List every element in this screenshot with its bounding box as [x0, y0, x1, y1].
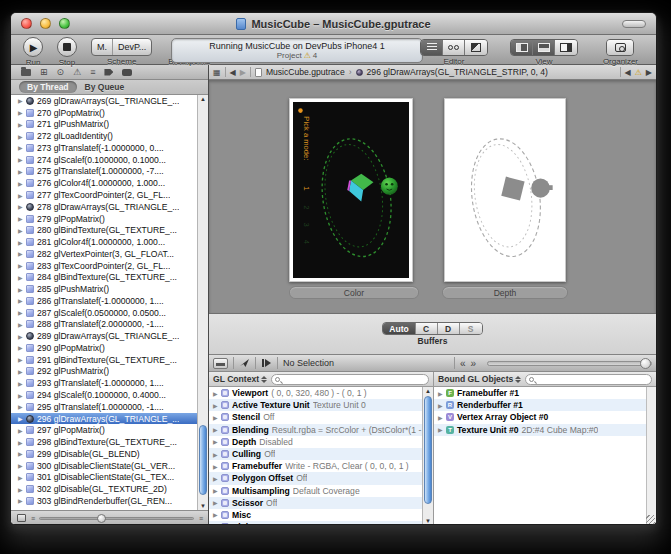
- bound-object-row[interactable]: ▶VVertex Array Object #0: [434, 411, 646, 423]
- gl-state-row[interactable]: ▶Alpha Test: [209, 521, 422, 525]
- tab-by-queue[interactable]: By Queue: [85, 82, 125, 92]
- navigator-scroll-thumb[interactable]: [199, 425, 207, 495]
- organizer-button[interactable]: [607, 40, 633, 55]
- gl-state-row[interactable]: ▶Misc: [209, 509, 422, 521]
- trace-call-row[interactable]: ▶301 glDisableClientState(GL_TEX...: [11, 472, 197, 484]
- time-navigator-icon[interactable]: ⊙: [57, 68, 65, 77]
- trace-call-row[interactable]: ▶293 glTranslatef(-1.0000000, 1....: [11, 377, 197, 389]
- depth-buffer-button[interactable]: Depth: [442, 286, 568, 299]
- step-over-icon[interactable]: [261, 358, 272, 368]
- trace-call-row[interactable]: ▶274 glScalef(0.1000000, 0.1000...: [11, 154, 197, 166]
- window-resize-grip[interactable]: [646, 515, 655, 524]
- bound-objects-popup[interactable]: Bound GL Objects: [438, 374, 521, 384]
- trace-call-row[interactable]: ▶270 glPopMatrix(): [11, 107, 197, 119]
- frame-slider-knob[interactable]: [97, 514, 106, 523]
- trace-call-row[interactable]: ▶294 glScalef(0.1000000, 0.4000...: [11, 389, 197, 401]
- bound-objects-search[interactable]: [525, 374, 652, 385]
- gl-state-row[interactable]: ▶MultisamplingDefault Coverage: [209, 485, 422, 497]
- scheme-segment-destination[interactable]: DevP...: [113, 39, 151, 55]
- buffer-stencil-button[interactable]: S: [460, 323, 482, 334]
- back-button[interactable]: ◀: [230, 68, 236, 77]
- utilities-view-button[interactable]: [555, 40, 577, 55]
- color-buffer-button[interactable]: Color: [289, 286, 419, 299]
- gl-state-row[interactable]: ▶ScissorOff: [209, 497, 422, 509]
- gl-state-row[interactable]: ▶CullingOff: [209, 448, 422, 460]
- trace-call-row[interactable]: ▶271 glPushMatrix(): [11, 119, 197, 131]
- bound-object-row[interactable]: ▶TTexture Unit #02D:#4 Cube Map:#0: [434, 424, 646, 436]
- related-items-icon[interactable]: ▦: [213, 68, 221, 77]
- trace-call-row[interactable]: ▶275 glTranslatef(1.0000000, -7....: [11, 166, 197, 178]
- trace-call-row[interactable]: ▶297 glPopMatrix(): [11, 424, 197, 436]
- navigator-scrollbar[interactable]: ▲ ▼: [197, 95, 208, 510]
- scheme-segment-target[interactable]: M.: [92, 39, 112, 55]
- jumpbar-file[interactable]: MusicCube.gputrace: [266, 67, 345, 77]
- buffer-auto-button[interactable]: Auto: [383, 323, 415, 334]
- gl-state-row[interactable]: ▶StencilOff: [209, 411, 422, 423]
- gl-state-row[interactable]: ▶DepthDisabled: [209, 436, 422, 448]
- trace-call-row[interactable]: ▶296 glDrawArrays(GL_TRIANGLE_...: [11, 413, 197, 425]
- trace-call-row[interactable]: ▶302 glDisable(GL_TEXTURE_2D): [11, 483, 197, 495]
- debug-view-button[interactable]: [533, 40, 555, 55]
- trace-call-row[interactable]: ▶291 glBindTexture(GL_TEXTURE_...: [11, 354, 197, 366]
- run-button[interactable]: ▶: [23, 37, 43, 57]
- trace-call-row[interactable]: ▶298 glBindTexture(GL_TEXTURE_...: [11, 436, 197, 448]
- trace-call-row[interactable]: ▶299 glDisable(GL_BLEND): [11, 448, 197, 460]
- gl-state-row[interactable]: ▶Polygon OffsetOff: [209, 472, 422, 484]
- trace-call-row[interactable]: ▶286 glTranslatef(-1.0000000, 1....: [11, 295, 197, 307]
- trace-call-row[interactable]: ▶288 glTranslatef(2.0000000, -1....: [11, 319, 197, 331]
- trace-call-row[interactable]: ▶287 glScalef(0.0500000, 0.0500...: [11, 307, 197, 319]
- scroll-up-icon[interactable]: ▲: [200, 96, 206, 102]
- frame-scrubber-knob[interactable]: [640, 358, 651, 369]
- next-frame-button[interactable]: »: [470, 358, 476, 369]
- buffer-depth-button[interactable]: D: [438, 323, 460, 334]
- toolbar-toggle-button[interactable]: [622, 20, 646, 28]
- project-navigator-icon[interactable]: [21, 69, 31, 76]
- next-issue-button[interactable]: ▶: [646, 68, 652, 77]
- trace-call-row[interactable]: ▶269 glDrawArrays(GL_TRIANGLE_...: [11, 95, 197, 107]
- color-buffer-preview[interactable]: Pick a mode: 1 2 3 4: [289, 98, 413, 282]
- breakpoint-navigator-icon[interactable]: [104, 69, 113, 76]
- bound-object-row[interactable]: ▶RRenderbuffer #1: [434, 399, 646, 411]
- zoom-button[interactable]: [59, 18, 70, 29]
- scroll-down-icon[interactable]: ▼: [200, 503, 206, 509]
- bound-object-row[interactable]: ▶FFramebuffer #1: [434, 387, 646, 399]
- gl-state-row[interactable]: ▶FramebufferWrite - RGBA, Clear ( 0, 0, …: [209, 460, 422, 472]
- jumpbar-selection[interactable]: 296 glDrawArrays(GL_TRIANGLE_STRIP, 0, 4…: [367, 67, 548, 77]
- scroll-up-icon[interactable]: ▲: [425, 388, 431, 394]
- version-editor-button[interactable]: [465, 40, 487, 55]
- bound-objects-search-input[interactable]: [536, 375, 648, 384]
- stop-button[interactable]: [57, 37, 77, 57]
- issue-navigator-icon[interactable]: ⚠: [73, 68, 81, 77]
- gl-context-scroll-thumb[interactable]: [424, 396, 432, 504]
- trace-call-row[interactable]: ▶284 glBindTexture(GL_TEXTURE_...: [11, 271, 197, 283]
- trace-call-row[interactable]: ▶285 glPushMatrix(): [11, 283, 197, 295]
- frame-slider[interactable]: [39, 517, 194, 520]
- standard-editor-button[interactable]: [421, 40, 443, 55]
- trace-call-row[interactable]: ▶300 glDisableClientState(GL_VER...: [11, 460, 197, 472]
- forward-button[interactable]: ▶: [240, 68, 246, 77]
- trace-call-row[interactable]: ▶303 glBindRenderbuffer(GL_REN...: [11, 495, 197, 507]
- trace-call-row[interactable]: ▶289 glDrawArrays(GL_TRIANGLE_...: [11, 330, 197, 342]
- tab-by-thread[interactable]: By Thread: [19, 81, 77, 93]
- hide-debug-area-button[interactable]: [213, 358, 228, 369]
- navigator-view-button[interactable]: [511, 40, 533, 55]
- trace-call-row[interactable]: ▶278 glDrawArrays(GL_TRIANGLE_...: [11, 201, 197, 213]
- trace-call-row[interactable]: ▶292 glPushMatrix(): [11, 366, 197, 378]
- frame-scrubber[interactable]: [487, 361, 652, 366]
- gl-state-row[interactable]: ▶Active Texture UnitTexture Unit 0: [209, 399, 422, 411]
- trace-call-row[interactable]: ▶280 glBindTexture(GL_TEXTURE_...: [11, 224, 197, 236]
- minimize-button[interactable]: [40, 18, 51, 29]
- scroll-down-icon[interactable]: ▼: [425, 518, 431, 524]
- warning-count[interactable]: 4: [313, 51, 317, 60]
- trace-call-row[interactable]: ▶282 glVertexPointer(3, GL_FLOAT...: [11, 248, 197, 260]
- previous-frame-button[interactable]: «: [460, 358, 466, 369]
- gl-state-row[interactable]: ▶Viewport( 0, 0, 320, 480 ) - ( 0, 1 ): [209, 387, 422, 399]
- continue-icon[interactable]: [239, 358, 250, 368]
- trace-call-row[interactable]: ▶276 glColor4f(1.0000000, 1.000...: [11, 177, 197, 189]
- assistant-editor-button[interactable]: [443, 40, 465, 55]
- symbol-navigator-icon[interactable]: ⊞: [40, 68, 48, 77]
- gl-state-row[interactable]: ▶BlendingResult.rgba = SrcColor + (DstCo…: [209, 424, 422, 436]
- debug-navigator-icon[interactable]: ≡: [90, 68, 95, 77]
- close-button[interactable]: [21, 18, 32, 29]
- trace-call-row[interactable]: ▶279 glPopMatrix(): [11, 213, 197, 225]
